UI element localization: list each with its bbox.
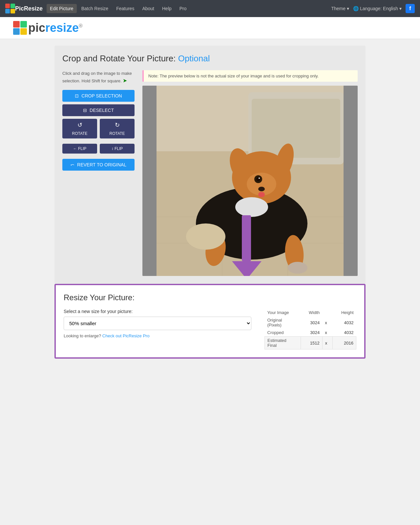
rotate-right-button[interactable]: ↻ ROTATE xyxy=(100,119,135,138)
logo-sq-red xyxy=(13,21,20,28)
svg-point-22 xyxy=(186,223,225,250)
size-table: Your Image Width Height Original(Pixels)… xyxy=(264,309,356,349)
nav-link-pro[interactable]: Pro xyxy=(176,4,190,13)
table-row: Cropped 3024 x 4032 xyxy=(265,329,356,337)
crop-section: Crop and Rotate Your Picture: Optional C… xyxy=(54,46,366,284)
chevron-down-icon: ▾ xyxy=(347,6,349,11)
nav-link-about[interactable]: About xyxy=(139,4,158,13)
crop-note: Note: The preview below is not the actua… xyxy=(142,70,358,82)
logo-square-green xyxy=(10,4,15,8)
table-row: Original(Pixels) 3024 x 4032 xyxy=(265,316,356,329)
row-estimated-height: 2016 xyxy=(333,337,356,349)
row-estimated-label: EstimatedFinal xyxy=(265,337,301,349)
flip-horizontal-button[interactable]: ← FLIP xyxy=(62,144,97,154)
revert-icon: ⤺ xyxy=(71,162,74,167)
resize-right: Your Image Width Height Original(Pixels)… xyxy=(264,309,356,349)
row-estimated-x: x xyxy=(322,337,332,349)
resize-left: Select a new size for your picture: 50% … xyxy=(64,309,251,349)
col-header-width: Width xyxy=(301,309,322,316)
crop-layout: Click and drag on the image to make sele… xyxy=(62,70,358,276)
nav-logo-icon xyxy=(5,4,15,13)
dog-image[interactable] xyxy=(142,86,358,276)
svg-point-21 xyxy=(288,262,307,274)
svg-point-16 xyxy=(258,187,265,191)
deselect-button[interactable]: ⊟ DESELECT xyxy=(62,104,135,116)
rotate-right-icon: ↻ xyxy=(115,121,120,129)
language-button[interactable]: 🌐 Language: English ▾ xyxy=(353,6,402,11)
crop-icon: ⊡ xyxy=(75,93,79,98)
flip-row: ← FLIP ↕ FLIP xyxy=(62,144,135,156)
svg-point-18 xyxy=(235,197,268,217)
nav-right: Theme ▾ 🌐 Language: English ▾ f xyxy=(331,4,415,13)
nav-link-features[interactable]: Features xyxy=(113,4,137,13)
nav-brand-text: PicResize xyxy=(15,5,43,12)
nav-link-edit-picture[interactable]: Edit Picture xyxy=(47,4,77,13)
nav-link-batch-resize[interactable]: Batch Resize xyxy=(78,4,112,13)
image-wrapper[interactable] xyxy=(142,86,358,276)
crop-title-text: Crop and Rotate Your Picture: xyxy=(62,53,176,63)
row-original-x: x xyxy=(322,316,332,329)
logo-sq-blue xyxy=(13,28,20,35)
logo-pic: pic xyxy=(28,21,45,34)
logo-bar: picresize® xyxy=(0,17,420,39)
svg-rect-3 xyxy=(252,99,340,158)
dog-photo-svg xyxy=(142,86,358,276)
svg-rect-23 xyxy=(242,215,251,261)
col-header-height: Height xyxy=(333,309,356,316)
nav-links: Edit Picture Batch Resize Features About… xyxy=(47,4,331,13)
table-row-estimated: EstimatedFinal 1512 x 2016 xyxy=(265,337,356,349)
navbar: PicResize Edit Picture Batch Resize Feat… xyxy=(0,0,420,17)
logo-icon xyxy=(13,21,27,35)
resize-layout: Select a new size for your picture: 50% … xyxy=(64,309,356,349)
crop-controls: Click and drag on the image to make sele… xyxy=(62,70,135,276)
enlarge-link[interactable]: Check out PicResize Pro xyxy=(102,333,150,338)
row-cropped-x: x xyxy=(322,329,332,337)
logo-resize: resize xyxy=(45,21,79,34)
logo-square-yellow xyxy=(10,9,15,13)
site-logo[interactable]: picresize® xyxy=(13,21,83,35)
nav-logo: PicResize xyxy=(5,4,43,13)
flip-vertical-button[interactable]: ↕ FLIP xyxy=(100,144,135,154)
crop-hint: Click and drag on the image to make sele… xyxy=(62,70,135,85)
row-estimated-width: 1512 xyxy=(301,337,322,349)
rotate-row: ↺ ROTATE ↻ ROTATE xyxy=(62,119,135,141)
resize-size-select[interactable]: 50% smaller 25% smaller 75% smaller Cust… xyxy=(64,317,251,330)
table-header-row: Your Image Width Height xyxy=(265,309,356,316)
resize-title: Resize Your Picture: xyxy=(64,293,356,302)
facebook-icon[interactable]: f xyxy=(406,4,415,13)
nav-link-help[interactable]: Help xyxy=(159,4,175,13)
row-original-width: 3024 xyxy=(301,316,322,329)
resize-section: Resize Your Picture: Select a new size f… xyxy=(54,284,366,359)
chevron-down-icon: ▾ xyxy=(399,6,402,11)
logo-text: picresize® xyxy=(28,21,83,35)
row-original-height: 4032 xyxy=(333,316,356,329)
row-cropped-label: Cropped xyxy=(265,329,301,337)
row-cropped-height: 4032 xyxy=(333,329,356,337)
crop-optional-text: Optional xyxy=(178,53,210,63)
green-arrow-icon: ➤ xyxy=(123,78,127,83)
col-header-image: Your Image xyxy=(265,309,301,316)
col-header-sep xyxy=(322,309,332,316)
row-original-label: Original(Pixels) xyxy=(265,316,301,329)
enlarge-text: Looking to enlarge? Check out PicResize … xyxy=(64,333,251,338)
deselect-icon: ⊟ xyxy=(83,108,87,113)
globe-icon: 🌐 xyxy=(353,6,359,11)
rotate-left-button[interactable]: ↺ ROTATE xyxy=(62,119,97,138)
logo-square-red xyxy=(5,4,10,8)
revert-original-button[interactable]: ⤺ REVERT TO ORIGINAL xyxy=(62,159,135,171)
logo-sq-green xyxy=(20,21,27,28)
crop-selection-button[interactable]: ⊡ CROP SELECTION xyxy=(62,90,135,102)
rotate-left-icon: ↺ xyxy=(77,121,82,129)
crop-image-area: Note: The preview below is not the actua… xyxy=(142,70,358,276)
theme-label: Theme xyxy=(331,6,346,11)
logo-square-blue xyxy=(5,9,10,13)
main-container: Crop and Rotate Your Picture: Optional C… xyxy=(49,39,371,365)
logo-reg: ® xyxy=(79,23,83,29)
svg-point-17 xyxy=(258,192,265,197)
svg-point-15 xyxy=(259,178,260,179)
resize-select-label: Select a new size for your picture: xyxy=(64,309,251,314)
theme-button[interactable]: Theme ▾ xyxy=(331,6,349,11)
crop-title: Crop and Rotate Your Picture: Optional xyxy=(62,53,358,64)
logo-sq-yellow xyxy=(20,28,27,35)
language-label: Language: English xyxy=(360,6,398,11)
